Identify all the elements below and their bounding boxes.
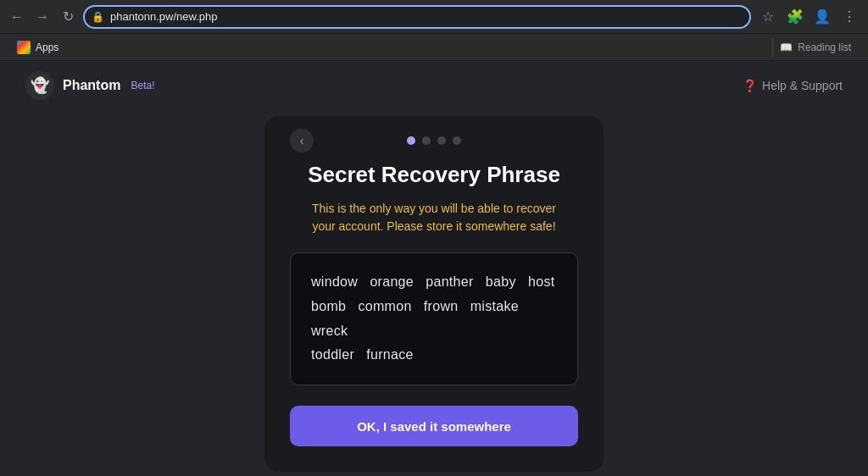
refresh-button[interactable]: ↻ (58, 7, 78, 27)
card-title: Secret Recovery Phrase (308, 162, 560, 188)
dot-1 (407, 136, 415, 145)
help-icon: ❓ (743, 79, 757, 92)
reading-list[interactable]: 📖 Reading list (772, 38, 858, 57)
reading-list-icon: 📖 (780, 42, 793, 53)
brand-logo: 👻 (25, 71, 54, 100)
browser-chrome: ← → ↻ 🔒 ☆ 🧩 👤 ⋮ Apps 📖 Reading list (0, 0, 868, 61)
brand-beta-badge: Beta! (131, 80, 154, 91)
brand-name: Phantom (63, 78, 120, 93)
card-warning: This is the only way you will be able to… (312, 200, 556, 235)
forward-button[interactable]: → (32, 7, 53, 27)
address-bar-wrapper: 🔒 (83, 5, 751, 29)
page-content: 👻 Phantom Beta! ❓ Help & Support ‹ Secre… (0, 61, 868, 476)
help-support-label: Help & Support (762, 79, 843, 92)
ok-saved-button[interactable]: OK, I saved it somewhere (290, 406, 578, 446)
phrase-box: window orange panther baby host bomb com… (290, 252, 578, 385)
toolbar-right: ☆ 🧩 👤 ⋮ (756, 5, 861, 29)
dot-4 (453, 136, 461, 145)
reading-list-label: Reading list (798, 42, 851, 53)
dot-3 (437, 136, 446, 145)
brand-ghost-icon: 👻 (31, 76, 49, 95)
card-nav: ‹ (290, 136, 578, 145)
browser-toolbar: ← → ↻ 🔒 ☆ 🧩 👤 ⋮ (0, 0, 868, 34)
page-header: 👻 Phantom Beta! ❓ Help & Support (0, 61, 868, 110)
apps-bookmark[interactable]: Apps (10, 37, 65, 58)
menu-icon-button[interactable]: ⋮ (837, 5, 861, 29)
profile-icon-button[interactable]: 👤 (810, 5, 834, 29)
brand: 👻 Phantom Beta! (25, 71, 154, 100)
star-icon-button[interactable]: ☆ (756, 5, 780, 29)
bookmarks-bar: Apps 📖 Reading list (0, 34, 868, 61)
apps-grid-icon (17, 41, 31, 54)
recovery-phrase-card: ‹ Secret Recovery Phrase This is the onl… (264, 116, 604, 472)
phrase-text: window orange panther baby host bomb com… (311, 270, 557, 368)
card-back-button[interactable]: ‹ (290, 129, 314, 152)
back-button[interactable]: ← (7, 7, 27, 27)
progress-dots (407, 136, 461, 145)
address-bar-input[interactable] (83, 5, 751, 29)
extensions-icon-button[interactable]: 🧩 (783, 5, 807, 29)
dot-2 (422, 136, 431, 145)
help-support-link[interactable]: ❓ Help & Support (743, 79, 843, 92)
lock-icon: 🔒 (92, 11, 104, 23)
apps-label: Apps (36, 42, 58, 53)
